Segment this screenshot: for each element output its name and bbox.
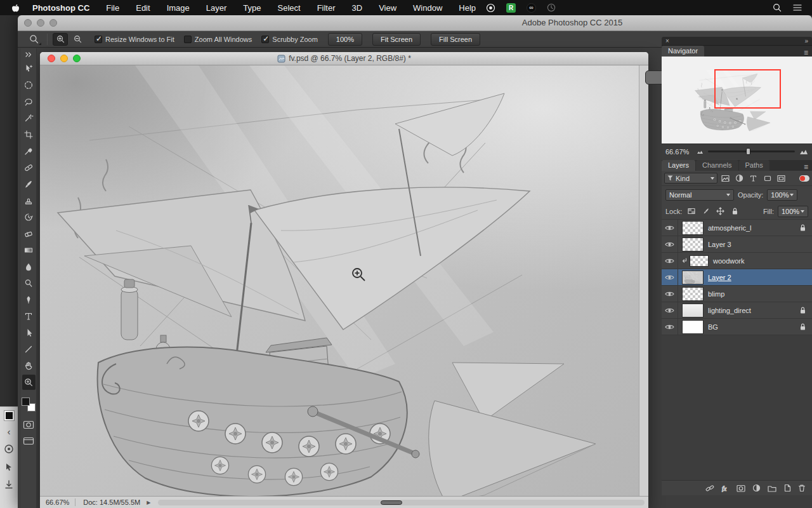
filter-kind-dropdown[interactable]: Kind bbox=[664, 173, 717, 184]
app-close-button[interactable] bbox=[24, 19, 32, 27]
status-popup-arrow[interactable]: ▶ bbox=[147, 500, 150, 505]
tab-layers[interactable]: Layers bbox=[662, 160, 695, 171]
zoom-out-mountains-icon[interactable] bbox=[697, 149, 704, 154]
menu-edit[interactable]: Edit bbox=[136, 3, 150, 13]
filter-shape-layers-button[interactable] bbox=[761, 173, 773, 184]
panel-menu-icon[interactable]: ≡ bbox=[804, 163, 808, 171]
layer-row-woodwork[interactable]: woodwork bbox=[662, 253, 812, 269]
menu-file[interactable]: File bbox=[106, 3, 119, 13]
screen-mode-icon[interactable] bbox=[23, 437, 34, 445]
checkbox-resize-windows-to-fit[interactable]: ✓ Resize Windows to Fit bbox=[95, 36, 174, 43]
new-adjustment-layer-icon[interactable] bbox=[752, 484, 761, 492]
lock-all-button[interactable] bbox=[730, 206, 740, 217]
visibility-toggle[interactable] bbox=[662, 220, 678, 236]
add-layer-mask-icon[interactable] bbox=[737, 485, 745, 492]
slider-thumb[interactable] bbox=[746, 148, 750, 155]
lock-transparency-button[interactable] bbox=[686, 206, 697, 217]
blur-tool[interactable] bbox=[22, 259, 36, 274]
zoom-out-mode-button[interactable] bbox=[70, 33, 85, 46]
navigator-zoom-field[interactable]: 66.67% bbox=[665, 148, 692, 156]
eyedropper-tool[interactable] bbox=[22, 144, 36, 159]
fill-screen-button[interactable]: Fill Screen bbox=[431, 33, 480, 46]
layer-filter-toggle[interactable] bbox=[799, 175, 809, 182]
visibility-toggle[interactable] bbox=[662, 302, 678, 318]
gradient-tool[interactable] bbox=[22, 243, 36, 258]
menu-app-name[interactable]: Photoshop CC bbox=[32, 3, 89, 13]
tab-paths[interactable]: Paths bbox=[739, 160, 769, 171]
visibility-toggle[interactable] bbox=[662, 269, 678, 285]
layer-row-lighting-direct[interactable]: lighting_direct bbox=[662, 302, 812, 319]
panel-menu-icon[interactable]: ≡ bbox=[804, 49, 808, 57]
quick-mask-icon[interactable] bbox=[23, 420, 34, 429]
menu-layer[interactable]: Layer bbox=[206, 3, 227, 13]
tool-preset-picker[interactable] bbox=[25, 33, 42, 46]
menu-select[interactable]: Select bbox=[277, 3, 300, 13]
shape-tool[interactable] bbox=[22, 342, 36, 357]
layer-row-bg[interactable]: BG bbox=[662, 319, 812, 335]
menu-filter[interactable]: Filter bbox=[317, 3, 336, 13]
app-zoom-button[interactable] bbox=[49, 19, 57, 27]
tab-channels[interactable]: Channels bbox=[696, 160, 738, 171]
background-app-swatch-icon[interactable] bbox=[4, 411, 14, 420]
layer-row-blimp[interactable]: blimp bbox=[662, 286, 812, 302]
menu-type[interactable]: Type bbox=[243, 3, 261, 13]
zoom-tool[interactable] bbox=[22, 375, 36, 390]
checkbox-scrubby-zoom[interactable]: ✓ Scrubby Zoom bbox=[261, 36, 318, 43]
vertical-scrollbar[interactable] bbox=[639, 65, 648, 496]
move-tool[interactable] bbox=[22, 61, 36, 76]
layer-thumbnail[interactable] bbox=[682, 287, 704, 301]
layer-name[interactable]: blimp bbox=[708, 290, 724, 298]
fill-dropdown[interactable]: 100% bbox=[778, 206, 808, 217]
zoom-in-mountains-icon[interactable] bbox=[799, 148, 808, 155]
background-app-download-icon[interactable] bbox=[4, 479, 14, 490]
color-swatches[interactable] bbox=[22, 398, 36, 411]
spotlight-icon[interactable] bbox=[773, 3, 782, 12]
layer-thumbnail[interactable] bbox=[682, 304, 704, 318]
tab-navigator[interactable]: Navigator bbox=[662, 46, 704, 57]
document-titlebar[interactable]: fv.psd @ 66.7% (Layer 2, RGB/8#) * bbox=[40, 52, 648, 65]
filter-pixel-layers-button[interactable] bbox=[719, 173, 731, 184]
lasso-tool[interactable] bbox=[22, 94, 36, 109]
layer-row-layer2[interactable]: Layer 2 bbox=[662, 269, 812, 286]
visibility-toggle[interactable] bbox=[662, 319, 678, 335]
type-tool[interactable] bbox=[22, 309, 36, 324]
eraser-tool[interactable] bbox=[22, 226, 36, 241]
layer-name[interactable]: atmospheric_l bbox=[708, 224, 751, 232]
menu-image[interactable]: Image bbox=[167, 3, 190, 13]
visibility-toggle[interactable] bbox=[662, 236, 678, 252]
apple-menu[interactable] bbox=[11, 3, 20, 13]
fit-screen-button[interactable]: Fit Screen bbox=[372, 33, 421, 46]
record-indicator-icon[interactable] bbox=[486, 3, 495, 13]
pen-tool[interactable] bbox=[22, 292, 36, 307]
clock-icon[interactable] bbox=[547, 3, 556, 12]
lock-position-button[interactable] bbox=[715, 206, 726, 217]
collapse-tools-button[interactable] bbox=[25, 50, 32, 60]
menu-help[interactable]: Help bbox=[459, 3, 476, 13]
crop-tool[interactable] bbox=[22, 127, 36, 142]
layer-thumbnail[interactable] bbox=[682, 320, 704, 334]
creative-cloud-icon[interactable]: ∞ bbox=[527, 3, 536, 13]
app-minimize-button[interactable] bbox=[37, 19, 44, 27]
r-badge-icon[interactable]: R bbox=[506, 3, 516, 13]
background-app-cursor-icon[interactable] bbox=[4, 462, 14, 472]
layer-name[interactable]: BG bbox=[708, 323, 718, 331]
brush-tool[interactable] bbox=[22, 177, 36, 192]
navigator-proxy-rectangle[interactable] bbox=[714, 69, 781, 109]
lock-pixels-button[interactable] bbox=[700, 206, 711, 217]
app-titlebar[interactable]: Adobe Photoshop CC 2015 bbox=[18, 15, 812, 31]
menu-3d[interactable]: 3D bbox=[352, 3, 363, 13]
menu-window[interactable]: Window bbox=[413, 3, 442, 13]
horizontal-scrollbar[interactable] bbox=[158, 500, 645, 505]
delete-layer-icon[interactable] bbox=[798, 484, 806, 492]
background-app-target-icon[interactable] bbox=[4, 444, 14, 454]
path-select-tool[interactable] bbox=[22, 325, 36, 340]
layer-name[interactable]: Layer 3 bbox=[708, 241, 731, 248]
status-zoom-field[interactable]: 66.67% bbox=[40, 498, 75, 506]
layer-thumbnail[interactable] bbox=[682, 237, 704, 251]
doc-close-button[interactable] bbox=[48, 55, 55, 62]
opacity-dropdown[interactable]: 100% bbox=[767, 189, 797, 201]
layer-thumbnail[interactable] bbox=[682, 221, 704, 235]
healing-brush-tool[interactable] bbox=[22, 160, 36, 175]
doc-minimize-button[interactable] bbox=[60, 55, 68, 62]
hand-tool[interactable] bbox=[22, 358, 36, 373]
